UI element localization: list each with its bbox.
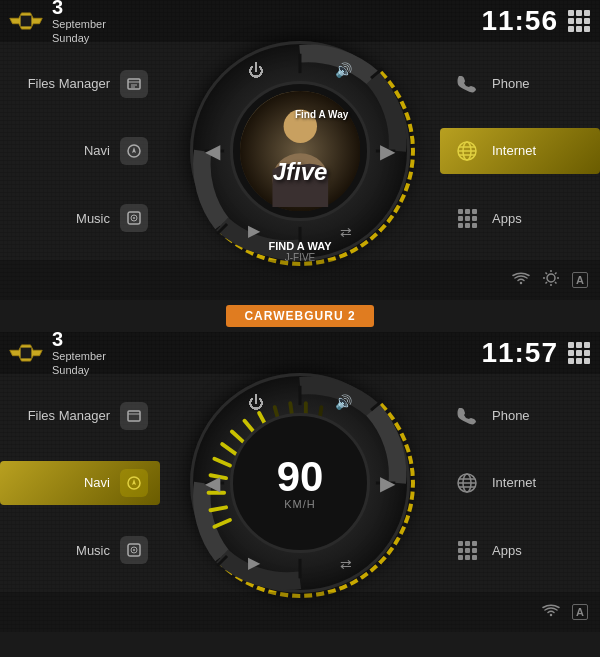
date-info-1: 3 September Sunday xyxy=(52,0,106,45)
time-display-1: 11:56 xyxy=(481,5,558,37)
prev-btn-2[interactable]: ◀ xyxy=(205,471,220,495)
artist-image-1: Find A Way Jfive xyxy=(240,91,361,212)
music-label-2: Music xyxy=(76,543,110,558)
screen-1: 3 September Sunday 11:56 Files Manager xyxy=(0,0,600,300)
chevy-logo-2 xyxy=(8,339,44,367)
svg-point-5 xyxy=(133,217,135,219)
date-month-1: September xyxy=(52,17,106,31)
sidebar-item-files-1[interactable]: Files Manager xyxy=(0,62,160,106)
top-bar-right-2: 11:57 xyxy=(481,337,590,369)
svg-rect-29 xyxy=(21,348,32,359)
internet-icon-1 xyxy=(452,136,482,166)
navi-icon-1 xyxy=(120,137,148,165)
speedo-dial-2: ⏻ 🔊 ◀ ▶ ▶ ⇄ 90 KM/H xyxy=(190,373,410,593)
next-btn-2[interactable]: ▶ xyxy=(380,471,395,495)
grid-menu-icon-2[interactable] xyxy=(568,342,590,364)
top-bar-left-1: 3 September Sunday xyxy=(8,0,106,45)
sidebar-item-music-1[interactable]: Music xyxy=(0,196,160,240)
right-internet-2[interactable]: Internet xyxy=(440,460,600,506)
auto-brightness-icon-2[interactable]: A xyxy=(572,604,588,620)
power-btn-1[interactable]: ⏻ xyxy=(248,62,264,80)
auto-brightness-icon-1[interactable]: A xyxy=(572,272,588,288)
grid-menu-icon-1[interactable] xyxy=(568,10,590,32)
svg-line-46 xyxy=(222,444,236,454)
navi-label-1: Navi xyxy=(84,143,110,158)
internet-label-2: Internet xyxy=(492,475,536,490)
date-info-2: 3 September Sunday xyxy=(52,332,106,377)
brightness-icon-1[interactable] xyxy=(542,269,560,291)
svg-line-47 xyxy=(232,431,244,442)
navi-label-2: Navi xyxy=(84,475,110,490)
wifi-icon-2 xyxy=(542,603,560,621)
main-content-1: Files Manager Navi xyxy=(0,42,600,260)
main-content-2: Files Manager Navi Music xyxy=(0,374,600,592)
phone-icon-2 xyxy=(452,401,482,431)
svg-line-25 xyxy=(546,273,548,275)
status-bar-2: A xyxy=(0,592,600,632)
files-icon-1 xyxy=(120,70,148,98)
svg-line-42 xyxy=(211,507,227,510)
top-bar-left-2: 3 September Sunday xyxy=(8,332,106,377)
shuffle-btn-1[interactable]: ⇄ xyxy=(340,224,352,240)
prev-btn-1[interactable]: ◀ xyxy=(205,139,220,163)
play-btn-2[interactable]: ▶ xyxy=(248,553,260,572)
date-day-1: 3 xyxy=(52,0,106,17)
svg-line-28 xyxy=(546,282,548,284)
track-name-1: FIND A WAY xyxy=(210,240,390,252)
apps-label-2: Apps xyxy=(492,543,522,558)
sidebar-item-navi-2[interactable]: Navi xyxy=(0,461,160,505)
sidebar-item-music-2[interactable]: Music xyxy=(0,528,160,572)
svg-point-34 xyxy=(133,549,135,551)
play-btn-1[interactable]: ▶ xyxy=(248,221,260,240)
svg-line-26 xyxy=(555,282,557,284)
speed-value-2: 90 xyxy=(277,456,324,498)
music-icon-2 xyxy=(120,536,148,564)
right-apps-1[interactable]: Apps xyxy=(440,195,600,241)
date-month-2: September xyxy=(52,349,106,363)
date-day-2: 3 xyxy=(52,332,106,349)
apps-icon-1 xyxy=(452,203,482,233)
files-icon-2 xyxy=(120,402,148,430)
artist-logo-1: Jfive xyxy=(273,158,328,186)
svg-rect-0 xyxy=(21,16,32,27)
right-apps-2[interactable]: Apps xyxy=(440,527,600,573)
power-btn-2[interactable]: ⏻ xyxy=(248,394,264,412)
chevy-logo-1 xyxy=(8,7,44,35)
svg-line-41 xyxy=(214,520,230,527)
song-overlay-1: Find A Way Jfive xyxy=(240,91,361,212)
find-a-way-text: Find A Way xyxy=(295,109,348,120)
left-sidebar-2: Files Manager Navi Music xyxy=(0,374,160,592)
phone-label-1: Phone xyxy=(492,76,530,91)
right-sidebar-1: Phone Internet xyxy=(440,42,600,260)
top-bar-right-1: 11:56 xyxy=(481,5,590,37)
internet-icon-2 xyxy=(452,468,482,498)
sidebar-item-navi-1[interactable]: Navi xyxy=(0,129,160,173)
music-label-1: Music xyxy=(76,211,110,226)
speed-unit-2: KM/H xyxy=(284,498,316,510)
shuffle-btn-2[interactable]: ⇄ xyxy=(340,556,352,572)
center-area-1: ⏻ 🔊 ◀ ▶ ▶ ⇄ xyxy=(160,41,440,261)
music-icon-1 xyxy=(120,204,148,232)
next-btn-1[interactable]: ▶ xyxy=(380,139,395,163)
right-internet-1[interactable]: Internet xyxy=(440,128,600,174)
media-dial-1: ⏻ 🔊 ◀ ▶ ▶ ⇄ xyxy=(190,41,410,261)
center-area-2: ⏻ 🔊 ◀ ▶ ▶ ⇄ 90 KM/H xyxy=(160,373,440,593)
apps-icon-2 xyxy=(452,535,482,565)
volume-btn-2[interactable]: 🔊 xyxy=(335,394,352,410)
phone-icon-1 xyxy=(452,69,482,99)
internet-label-1: Internet xyxy=(492,143,536,158)
right-sidebar-2: Phone Internet xyxy=(440,374,600,592)
album-art-1: Find A Way Jfive xyxy=(230,81,370,221)
svg-line-45 xyxy=(214,459,230,466)
divider: CARWEBGURU 2 xyxy=(0,300,600,332)
status-bar-1: A xyxy=(0,260,600,300)
right-phone-2[interactable]: Phone xyxy=(440,393,600,439)
files-label-1: Files Manager xyxy=(28,76,110,91)
apps-label-1: Apps xyxy=(492,211,522,226)
volume-btn-1[interactable]: 🔊 xyxy=(335,62,352,78)
svg-rect-30 xyxy=(128,411,140,421)
right-phone-1[interactable]: Phone xyxy=(440,61,600,107)
sidebar-item-files-2[interactable]: Files Manager xyxy=(0,394,160,438)
screen-2: 3 September Sunday 11:57 Files Manager xyxy=(0,332,600,632)
phone-label-2: Phone xyxy=(492,408,530,423)
